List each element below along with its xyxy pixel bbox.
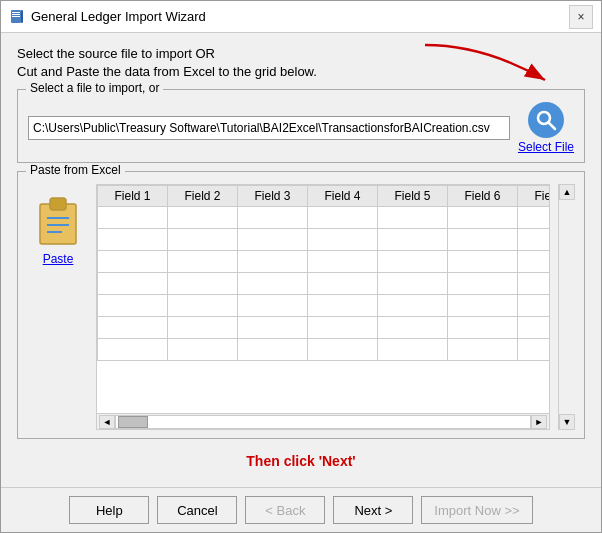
table-cell[interactable] [308,229,378,251]
table-cell[interactable] [518,317,550,339]
table-row[interactable] [98,339,550,361]
table-cell[interactable] [238,295,308,317]
table-cell[interactable] [98,339,168,361]
table-cell[interactable] [448,207,518,229]
table-cell[interactable] [98,229,168,251]
table-cell[interactable] [518,207,550,229]
scroll-thumb[interactable] [118,416,148,428]
table-cell[interactable] [518,295,550,317]
search-icon [528,102,564,138]
table-cell[interactable] [518,251,550,273]
table-cell[interactable] [378,229,448,251]
table-cell[interactable] [168,273,238,295]
scroll-left-button[interactable]: ◄ [99,415,115,429]
cancel-button[interactable]: Cancel [157,496,237,524]
paste-group-label: Paste from Excel [26,163,125,177]
scroll-track[interactable] [115,415,531,429]
table-row[interactable] [98,251,550,273]
scroll-up-button[interactable]: ▲ [559,184,575,200]
paste-icon[interactable] [34,194,82,248]
main-window: General Ledger Import Wizard × Select th… [0,0,602,533]
table-cell[interactable] [378,251,448,273]
table-cell[interactable] [238,207,308,229]
table-cell[interactable] [168,339,238,361]
col-field6: Field 6 [448,186,518,207]
grid-scroll-area[interactable]: Field 1 Field 2 Field 3 Field 4 Field 5 … [97,185,549,413]
table-cell[interactable] [308,207,378,229]
table-cell[interactable] [378,207,448,229]
table-row[interactable] [98,207,550,229]
file-path-input[interactable] [28,116,510,140]
table-cell[interactable] [238,317,308,339]
grid-wrapper: Field 1 Field 2 Field 3 Field 4 Field 5 … [96,184,550,430]
table-cell[interactable] [98,207,168,229]
col-field7: Field 7 [518,186,550,207]
table-cell[interactable] [308,339,378,361]
svg-rect-9 [50,198,66,210]
select-file-button[interactable]: Select File [518,102,574,154]
svg-rect-1 [12,12,20,13]
paste-button-container: Paste [28,184,88,430]
table-cell[interactable] [168,295,238,317]
file-select-row: Select File [28,102,574,154]
next-button[interactable]: Next > [333,496,413,524]
table-cell[interactable] [448,339,518,361]
window-icon [9,9,25,25]
horizontal-scrollbar[interactable]: ◄ ► [97,413,549,429]
svg-rect-3 [12,16,20,17]
table-row[interactable] [98,229,550,251]
title-bar: General Ledger Import Wizard × [1,1,601,33]
paste-from-excel-group: Paste from Excel [17,171,585,439]
table-cell[interactable] [308,251,378,273]
table-row[interactable] [98,295,550,317]
table-row[interactable] [98,317,550,339]
table-header-row: Field 1 Field 2 Field 3 Field 4 Field 5 … [98,186,550,207]
vertical-scrollbar[interactable]: ▲ ▼ [558,184,574,430]
table-cell[interactable] [378,273,448,295]
table-cell[interactable] [168,317,238,339]
table-cell[interactable] [238,229,308,251]
table-cell[interactable] [238,273,308,295]
data-grid[interactable]: Field 1 Field 2 Field 3 Field 4 Field 5 … [96,184,550,430]
table-cell[interactable] [168,251,238,273]
table-cell[interactable] [98,295,168,317]
table-cell[interactable] [98,251,168,273]
table-cell[interactable] [448,317,518,339]
title-bar-left: General Ledger Import Wizard [9,9,206,25]
table-cell[interactable] [448,273,518,295]
paste-label[interactable]: Paste [43,252,74,266]
table-cell[interactable] [168,207,238,229]
table-cell[interactable] [378,317,448,339]
table-cell[interactable] [98,317,168,339]
close-button[interactable]: × [569,5,593,29]
svg-rect-4 [21,10,23,23]
table-cell[interactable] [518,339,550,361]
table-cell[interactable] [448,295,518,317]
table-cell[interactable] [308,317,378,339]
svg-line-7 [549,123,555,129]
table-cell[interactable] [448,229,518,251]
table-row[interactable] [98,273,550,295]
table-cell[interactable] [378,295,448,317]
table-cell[interactable] [378,339,448,361]
back-button[interactable]: < Back [245,496,325,524]
col-field3: Field 3 [238,186,308,207]
scroll-right-button[interactable]: ► [531,415,547,429]
table-cell[interactable] [168,229,238,251]
table-cell[interactable] [308,273,378,295]
instruction-area: Select the source file to import OR Cut … [17,45,585,81]
table-cell[interactable] [238,339,308,361]
table-cell[interactable] [518,273,550,295]
table-cell[interactable] [308,295,378,317]
col-field5: Field 5 [378,186,448,207]
table-cell[interactable] [98,273,168,295]
scroll-track-v [559,200,574,414]
table-cell[interactable] [238,251,308,273]
select-file-label: Select File [518,140,574,154]
import-now-button[interactable]: Import Now >> [421,496,532,524]
table-cell[interactable] [518,229,550,251]
table-cell[interactable] [448,251,518,273]
col-field2: Field 2 [168,186,238,207]
help-button[interactable]: Help [69,496,149,524]
scroll-down-button[interactable]: ▼ [559,414,575,430]
